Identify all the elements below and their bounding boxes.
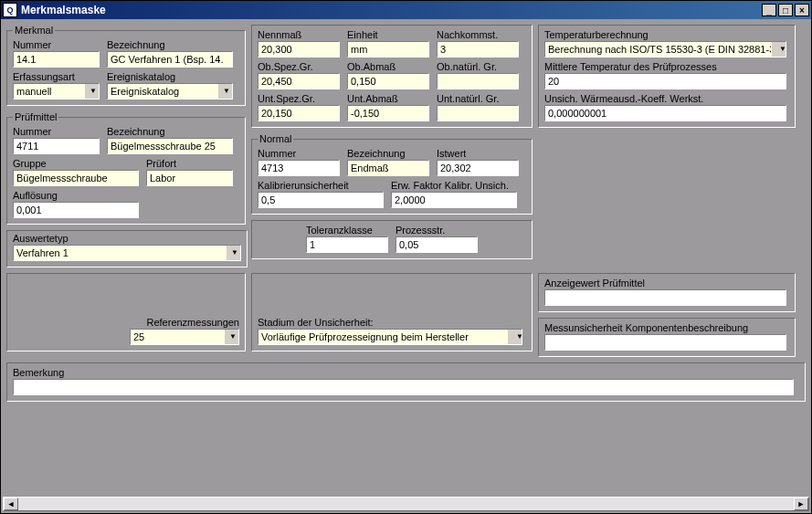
close-button[interactable]: × <box>795 4 809 16</box>
nachkommst-input[interactable] <box>437 41 519 58</box>
window-title: Merkmalsmaske <box>21 4 762 16</box>
merkmal-bezeichnung-input[interactable] <box>107 51 233 68</box>
untspez-label: Unt.Spez.Gr. <box>258 93 340 104</box>
content: Merkmal Nummer Bezeichnung Erfassungsart <box>1 19 811 497</box>
aufloesung-label: Auflösung <box>13 190 139 201</box>
untspez-input[interactable] <box>258 105 340 121</box>
mittlere-label: Mittlere Temperatur des Prüfprozesses <box>544 61 789 72</box>
obnat-input[interactable] <box>437 73 519 89</box>
untnat-input[interactable] <box>437 105 519 121</box>
kalibr-label: Kalibrierunsicherheit <box>258 180 384 191</box>
stadium-group: Stadium der Unsicherheit: <box>251 273 533 351</box>
anzeigewert-group: Anzeigewert Prüfmittel <box>538 273 796 312</box>
window-buttons: _ □ × <box>762 4 809 16</box>
pruefmittel-bezeichnung-label: Bezeichnung <box>107 126 233 137</box>
kalibr-input[interactable] <box>258 192 384 208</box>
window: Q Merkmalsmaske _ □ × Merkmal Nummer <box>0 0 812 514</box>
auswertetyp-label: Auswertetyp <box>13 233 241 244</box>
scroll-left-icon[interactable]: ◄ <box>4 498 18 510</box>
maximize-button[interactable]: □ <box>778 4 793 16</box>
pruefmittel-legend: Prüfmittel <box>13 111 58 122</box>
untabmass-label: Unt.Abmaß <box>347 93 429 104</box>
titlebar: Q Merkmalsmaske _ □ × <box>1 1 811 19</box>
toleranzklasse-input[interactable] <box>306 236 388 253</box>
horizontal-scrollbar[interactable]: ◄ ► <box>3 497 809 511</box>
nennmass-label: Nennmaß <box>258 29 340 40</box>
nachkommst-label: Nachkommst. <box>437 29 519 40</box>
aufloesung-input[interactable] <box>13 202 139 218</box>
obabmass-input[interactable] <box>347 73 429 89</box>
prozessstr-label: Prozessstr. <box>395 225 478 236</box>
ereigniskatalog-label: Ereigniskatalog <box>107 71 233 82</box>
ereigniskatalog-select[interactable] <box>107 83 233 100</box>
mittlere-input[interactable] <box>544 73 786 89</box>
auswertetyp-select[interactable] <box>13 245 241 261</box>
merkmal-bezeichnung-label: Bezeichnung <box>107 39 233 50</box>
pruefmittel-bezeichnung-input[interactable] <box>107 138 233 154</box>
gruppe-input[interactable] <box>13 170 139 186</box>
normal-nummer-label: Nummer <box>258 148 340 159</box>
ref-group: Referenzmessungen <box>6 273 246 351</box>
merkmal-group: Merkmal Nummer Bezeichnung Erfassungsart <box>6 25 246 106</box>
messuns-group: Messunsicherheit Komponentenbeschreibung <box>538 318 796 357</box>
temp-group: Temperaturberechnung Mittlere Temperatur… <box>538 25 796 128</box>
pruefort-label: Prüfort <box>146 158 233 169</box>
pruefmittel-group: Prüfmittel Nummer Bezeichnung Gruppe <box>6 111 246 225</box>
toleranz-group: Toleranzklasse Prozessstr. <box>251 220 533 259</box>
anzeigewert-label: Anzeigewert Prüfmittel <box>544 278 789 288</box>
erw-label: Erw. Faktor Kalibr. Unsich. <box>391 180 517 191</box>
anzeigewert-input[interactable] <box>544 289 786 306</box>
toleranzklasse-label: Toleranzklasse <box>306 225 388 236</box>
temp-select[interactable] <box>544 41 786 58</box>
istwert-input[interactable] <box>437 160 519 176</box>
bemerkung-input[interactable] <box>13 379 794 395</box>
obnat-label: Ob.natürl. Gr. <box>437 61 519 72</box>
prozessstr-input[interactable] <box>395 236 478 253</box>
specs-group: Nennmaß Einheit Nachkommst. Ob.Spez.Gr. … <box>251 25 533 128</box>
nennmass-input[interactable] <box>258 41 340 58</box>
einheit-label: Einheit <box>347 29 429 40</box>
normal-legend: Normal <box>258 133 293 144</box>
erw-input[interactable] <box>391 192 517 208</box>
normal-bezeichnung-input[interactable] <box>347 160 429 176</box>
wk-label: Unsich. Wärmeausd.-Koeff. Werkst. <box>544 93 789 104</box>
gruppe-label: Gruppe <box>13 158 139 169</box>
normal-group: Normal Nummer Bezeichnung Istwert Kalibr… <box>251 133 533 215</box>
normal-nummer-input[interactable] <box>258 160 340 176</box>
merkmal-nummer-label: Nummer <box>13 39 100 50</box>
bemerkung-group: Bemerkung <box>6 362 806 402</box>
app-icon: Q <box>3 3 17 17</box>
pruefort-input[interactable] <box>146 170 233 186</box>
untnat-label: Unt.natürl. Gr. <box>437 93 519 104</box>
messuns-label: Messunsicherheit Komponentenbeschreibung <box>544 322 789 333</box>
scroll-right-icon[interactable]: ► <box>794 498 808 510</box>
normal-bezeichnung-label: Bezeichnung <box>347 148 429 159</box>
obspez-input[interactable] <box>258 73 340 89</box>
ref-select[interactable] <box>130 329 239 345</box>
merkmal-nummer-input[interactable] <box>13 51 100 68</box>
stadium-select[interactable] <box>258 329 522 345</box>
minimize-button[interactable]: _ <box>762 4 776 16</box>
temp-label: Temperaturberechnung <box>544 29 789 40</box>
erfassungsart-label: Erfassungsart <box>13 71 100 82</box>
obspez-label: Ob.Spez.Gr. <box>258 61 340 72</box>
bemerkung-label: Bemerkung <box>13 367 799 378</box>
wk-input[interactable] <box>544 105 786 121</box>
pruefmittel-nummer-input[interactable] <box>13 138 100 154</box>
stadium-label: Stadium der Unsicherheit: <box>258 317 526 328</box>
ref-label: Referenzmessungen <box>146 317 239 328</box>
auswertetyp-group: Auswertetyp <box>6 230 248 267</box>
messuns-input[interactable] <box>544 334 786 351</box>
istwert-label: Istwert <box>437 148 519 159</box>
obabmass-label: Ob.Abmaß <box>347 61 429 72</box>
erfassungsart-select[interactable] <box>13 83 100 100</box>
einheit-input[interactable] <box>347 41 429 58</box>
merkmal-legend: Merkmal <box>13 25 55 36</box>
pruefmittel-nummer-label: Nummer <box>13 126 100 137</box>
untabmass-input[interactable] <box>347 105 429 121</box>
